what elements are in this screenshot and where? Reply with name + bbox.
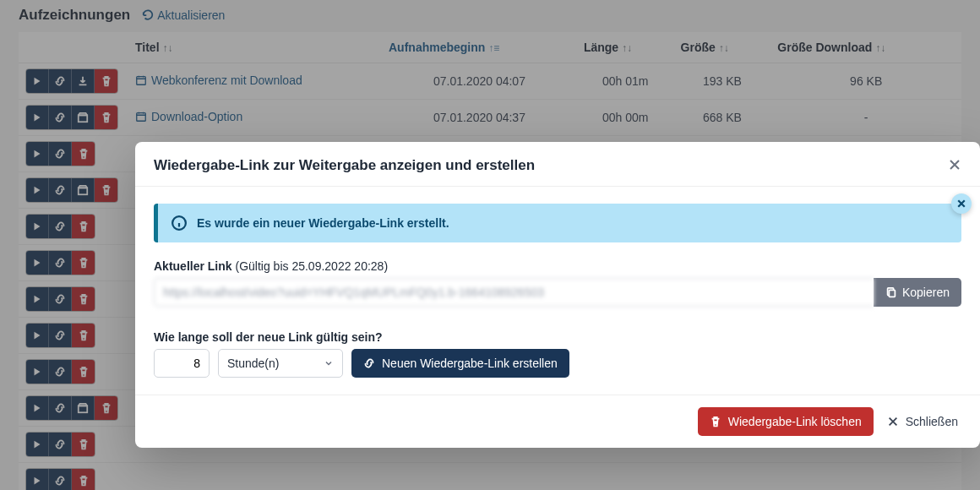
trash-icon — [710, 416, 721, 427]
toast-close-button[interactable] — [951, 193, 972, 214]
duration-question: Wie lange soll der neue Link gültig sein… — [154, 330, 961, 344]
info-icon — [172, 215, 187, 231]
dialog-title: Wiedergabe-Link zur Weitergabe anzeigen … — [154, 157, 948, 174]
copy-icon — [885, 286, 897, 298]
dialog-close-button[interactable] — [948, 158, 961, 174]
close-icon — [887, 416, 899, 427]
copy-link-button[interactable]: Kopieren — [874, 278, 961, 307]
success-toast: Es wurde ein neuer Wiedergabe-Link erste… — [154, 204, 961, 242]
create-link-button[interactable]: Neuen Wiedergabe-Link erstellen — [351, 349, 569, 378]
duration-input[interactable] — [154, 349, 210, 378]
delete-link-button[interactable]: Wiedergabe-Link löschen — [698, 407, 874, 436]
playback-link-dialog: Wiedergabe-Link zur Weitergabe anzeigen … — [135, 142, 980, 448]
close-icon — [948, 158, 961, 172]
current-link-input[interactable] — [154, 278, 874, 307]
current-link-label: Aktueller Link (Gültig bis 25.09.2022 20… — [154, 259, 961, 273]
link-icon — [363, 357, 375, 369]
toast-message: Es wurde ein neuer Wiedergabe-Link erste… — [197, 216, 449, 230]
close-dialog-button[interactable]: Schließen — [884, 407, 961, 436]
chevron-down-icon — [324, 358, 334, 368]
close-icon — [956, 199, 966, 209]
duration-unit-select[interactable]: Stunde(n) — [218, 349, 343, 378]
